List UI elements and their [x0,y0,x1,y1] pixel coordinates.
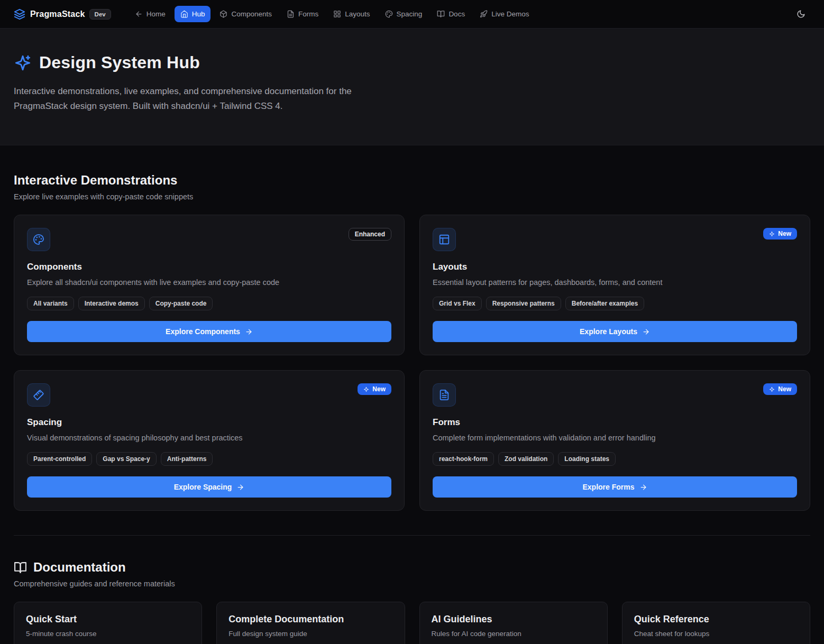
card-title: Components [27,262,391,272]
button-label: Explore Forms [582,483,634,491]
tag: Responsive patterns [486,297,561,310]
badge-label: New [372,385,386,393]
card-description: Visual demonstrations of spacing philoso… [27,433,391,444]
demo-card-layouts: New Layouts Essential layout patterns fo… [419,215,810,355]
nav-item-home[interactable]: Home [129,6,171,22]
navbar-right [791,5,810,24]
file-text-icon [287,10,295,18]
button-label: Explore Spacing [174,483,232,491]
ruler-icon [27,383,50,407]
nav-label: Hub [192,10,205,18]
demo-card-spacing: New Spacing Visual demonstrations of spa… [14,370,405,511]
explore-layouts-button[interactable]: Explore Layouts [433,321,797,342]
doc-card-title: Complete Documentation [228,614,392,625]
sparkles-icon [363,387,369,392]
tag: Copy-paste code [149,297,213,310]
button-label: Explore Layouts [580,327,637,336]
doc-card-grid: Quick Start 5-minute crash course Comple… [14,602,810,644]
hero-section: Design System Hub Interactive demonstrat… [0,29,824,145]
nav-item-hub[interactable]: Hub [175,6,211,22]
top-navbar: PragmaStack Dev Home Hub Components Form [0,0,824,29]
demo-card-grid: Enhanced Components Explore all shadcn/u… [14,215,810,511]
sparkles-icon [769,231,775,237]
badge-label: New [778,230,791,237]
demos-section: Interactive Demonstrations Explore live … [14,145,810,511]
brand-name: PragmaStack [30,10,85,19]
page-title: Design System Hub [39,53,200,72]
card-title: Forms [433,417,797,428]
tag-row: All variants Interactive demos Copy-past… [27,297,391,310]
doc-card-title: Quick Start [26,614,190,625]
main-nav: Home Hub Components Forms Layouts [129,6,535,22]
book-open-icon [14,561,27,574]
tag: Zod validation [498,452,554,466]
documentation-heading: Documentation [33,560,126,575]
new-badge: New [763,383,797,395]
arrow-right-icon [245,328,253,336]
doc-card-description: Full design system guide [228,630,392,638]
doc-card-quick-reference[interactable]: Quick Reference Cheat sheet for lookups [622,602,810,644]
tag: Loading states [558,452,616,466]
doc-card-description: Rules for AI code generation [432,630,596,638]
documentation-subheading: Comprehensive guides and reference mater… [14,579,810,588]
box-icon [219,10,227,18]
tag: Before/after examples [565,297,644,310]
main-content: Interactive Demonstrations Explore live … [0,145,824,644]
nav-label: Docs [448,10,465,18]
card-description: Complete form implementations with valid… [433,433,797,444]
palette-icon [27,228,50,251]
arrow-left-icon [135,10,143,18]
dev-badge: Dev [89,9,111,20]
nav-label: Home [147,10,166,18]
card-title: Spacing [27,417,391,428]
tag-row: Parent-controlled Gap vs Space-y Anti-pa… [27,452,391,466]
nav-item-docs[interactable]: Docs [431,6,471,22]
explore-forms-button[interactable]: Explore Forms [433,476,797,498]
layers-icon [14,8,25,20]
tag: Parent-controlled [27,452,92,466]
nav-item-components[interactable]: Components [214,6,278,22]
demo-card-forms: New Forms Complete form implementations … [419,370,810,511]
demo-card-components: Enhanced Components Explore all shadcn/u… [14,215,405,355]
brand[interactable]: PragmaStack [14,8,85,20]
button-label: Explore Components [166,327,240,336]
nav-item-layouts[interactable]: Layouts [327,6,376,22]
arrow-right-icon [236,483,244,491]
palette-icon [385,10,393,18]
explore-components-button[interactable]: Explore Components [27,321,391,342]
doc-card-ai-guidelines[interactable]: AI Guidelines Rules for AI code generati… [419,602,608,644]
nav-item-spacing[interactable]: Spacing [379,6,428,22]
demos-heading: Interactive Demonstrations [14,173,810,188]
arrow-right-icon [639,483,647,491]
theme-toggle-button[interactable] [791,5,810,24]
nav-item-forms[interactable]: Forms [281,6,324,22]
nav-label: Spacing [397,10,423,18]
nav-item-live-demos[interactable]: Live Demos [474,6,535,22]
doc-card-title: Quick Reference [634,614,798,625]
nav-label: Components [231,10,272,18]
card-description: Explore all shadcn/ui components with li… [27,277,391,288]
hero-description: Interactive demonstrations, live example… [14,84,408,113]
doc-card-complete-documentation[interactable]: Complete Documentation Full design syste… [216,602,405,644]
file-text-icon [433,383,456,407]
doc-card-title: AI Guidelines [432,614,596,625]
panels-icon [433,228,456,251]
moon-icon [796,10,805,19]
sparkles-icon [14,54,32,72]
tag: react-hook-form [433,452,494,466]
explore-spacing-button[interactable]: Explore Spacing [27,476,391,498]
doc-card-quick-start[interactable]: Quick Start 5-minute crash course [14,602,202,644]
layout-grid-icon [333,10,341,18]
tag: Gap vs Space-y [96,452,156,466]
demos-subheading: Explore live examples with copy-paste co… [14,192,810,201]
doc-card-description: Cheat sheet for lookups [634,630,798,638]
tag: Interactive demos [78,297,145,310]
home-icon [180,10,188,18]
tag-row: Grid vs Flex Responsive patterns Before/… [433,297,797,310]
tag-row: react-hook-form Zod validation Loading s… [433,452,797,466]
new-badge: New [763,228,797,240]
nav-label: Layouts [345,10,370,18]
badge-label: New [778,385,791,393]
card-title: Layouts [433,262,797,272]
rocket-icon [480,10,488,18]
